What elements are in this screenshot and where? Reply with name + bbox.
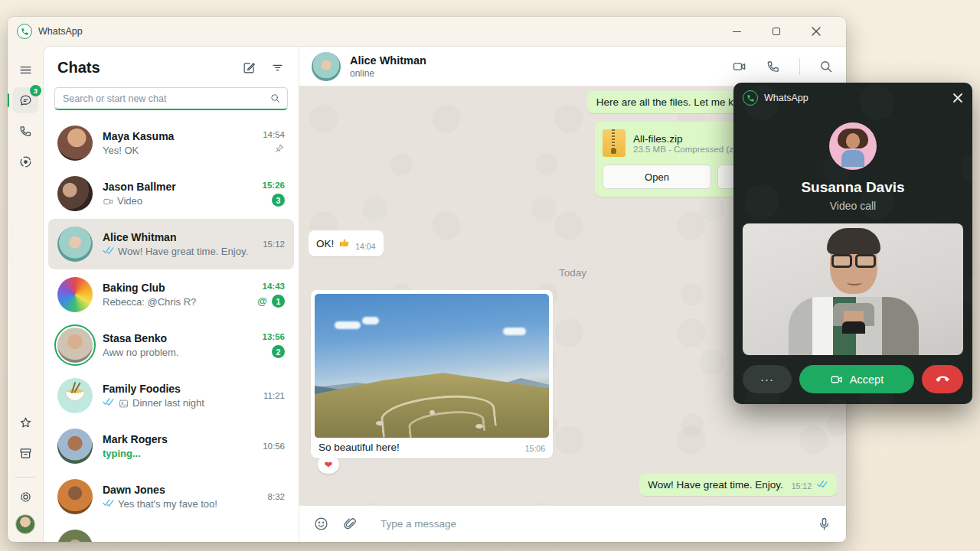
avatar <box>57 126 93 161</box>
landscape-photo[interactable] <box>315 294 549 438</box>
incoming-message-ok[interactable]: OK! 14:04 <box>309 230 384 256</box>
message-text: OK! <box>316 238 334 249</box>
chat-row-ziggy-woodley[interactable]: Ziggy Woodley 8:12 <box>48 522 294 542</box>
unread-badge: 1 <box>272 295 285 308</box>
chat-name: Ziggy Woodley <box>103 540 251 542</box>
photo-icon <box>118 398 129 409</box>
popup-app-title: WhatsApp <box>764 93 808 103</box>
accept-label: Accept <box>850 373 884 386</box>
chat-name: Family Foodies <box>103 381 251 396</box>
read-ticks-icon <box>103 245 115 259</box>
maximize-button[interactable] <box>766 21 786 41</box>
outgoing-message-wow[interactable]: Wow! Have great time. Enjoy. 15:12 <box>639 474 837 496</box>
thumbs-up-icon <box>338 236 351 251</box>
chat-name: Mark Rogers <box>103 432 251 447</box>
starred-messages-icon[interactable] <box>12 409 38 435</box>
avatar <box>57 530 93 542</box>
caller-name: Susanna Davis <box>733 179 972 196</box>
divider <box>799 58 800 75</box>
decline-call-button[interactable] <box>922 365 963 393</box>
call-more-options-button[interactable]: ··· <box>743 365 792 393</box>
chat-name: Stasa Benko <box>103 331 251 346</box>
search-input[interactable] <box>54 87 288 110</box>
message-time: 15:12 <box>792 481 812 491</box>
chat-row-family-foodies[interactable]: Family Foodies Dinner last night 11:21 <box>48 370 294 421</box>
chat-row-mark-rogers[interactable]: Mark Rogers typing... 10:56 <box>48 421 294 471</box>
nav-rail: 3 <box>8 46 43 542</box>
minimize-button[interactable] <box>727 21 746 41</box>
archived-chats-icon[interactable] <box>12 440 38 466</box>
chat-row-jason-ballmer[interactable]: Jason Ballmer Video 15:26 3 <box>48 168 294 219</box>
chat-row-stasa-benko[interactable]: Stasa Benko Aww no problem. 13:56 2 <box>48 320 294 370</box>
chat-row-alice-whitman[interactable]: Alice Whitman Wow! Have great time. Enjo… <box>48 219 294 269</box>
photo-message[interactable]: So beautiful here! 15:06 <box>311 290 553 458</box>
new-chat-icon[interactable] <box>242 60 256 75</box>
avatar <box>57 227 93 262</box>
settings-gear-icon[interactable] <box>12 484 38 510</box>
chats-unread-badge: 3 <box>30 85 41 96</box>
profile-avatar[interactable] <box>15 514 35 534</box>
chat-time: 14:54 <box>263 130 285 139</box>
avatar <box>57 429 93 464</box>
conversation-name: Alice Whitman <box>350 54 426 67</box>
chat-time: 8:32 <box>268 492 285 501</box>
video-call-icon[interactable] <box>732 59 747 74</box>
unread-badge: 2 <box>272 345 285 358</box>
attach-icon[interactable] <box>341 516 358 532</box>
chat-time: 11:21 <box>263 391 285 400</box>
unread-badge: 3 <box>272 194 285 207</box>
chat-time: 15:12 <box>263 240 285 249</box>
read-ticks-icon <box>103 497 115 511</box>
message-time: 14:04 <box>355 242 375 251</box>
mic-icon[interactable] <box>816 516 832 532</box>
search-conversation-icon[interactable] <box>818 59 834 74</box>
message-text: Wow! Have great time. Enjoy. <box>648 479 783 491</box>
hang-up-icon <box>932 368 953 390</box>
chat-time: 14:43 <box>263 282 285 291</box>
chat-row-baking-club[interactable]: Baking Club Rebecca: @Chris R? 14:43 @ 1 <box>48 269 294 320</box>
chat-name: Jason Ballmer <box>103 179 251 194</box>
message-time: 15:06 <box>525 444 545 453</box>
chats-tab-icon[interactable]: 3 <box>12 87 38 113</box>
chat-list: Maya Kasuma Yes! OK 14:54 Jason Ballmer <box>44 118 299 542</box>
chat-preview: Video <box>117 194 142 208</box>
chat-preview: Rebecca: @Chris R? <box>103 295 196 309</box>
mention-icon: @ <box>257 295 267 307</box>
chat-row-maya-kasuma[interactable]: Maya Kasuma Yes! OK 14:54 <box>48 118 294 168</box>
pinned-icon <box>274 143 285 157</box>
read-ticks-icon <box>103 396 115 410</box>
close-window-button[interactable] <box>806 21 826 41</box>
photo-caption: So beautiful here! <box>318 442 400 453</box>
zip-file-icon <box>603 129 626 157</box>
filter-chats-icon[interactable] <box>270 60 285 75</box>
chat-name: Dawn Jones <box>103 482 251 497</box>
chat-preview: Wow! Have great time. Enjoy. <box>118 245 248 259</box>
heart-reaction[interactable]: ❤ <box>318 455 339 474</box>
titlebar: WhatsApp <box>8 17 846 46</box>
chat-preview: Dinner last night <box>132 396 204 410</box>
video-icon <box>830 373 844 386</box>
emoji-icon[interactable] <box>313 516 329 532</box>
close-popup-icon[interactable] <box>952 93 963 103</box>
chat-time: 15:26 <box>263 181 285 190</box>
voice-call-icon[interactable] <box>766 59 781 74</box>
search-icon <box>270 93 281 107</box>
whatsapp-logo-icon <box>743 90 758 106</box>
avatar <box>57 479 93 514</box>
caller-video-preview <box>743 223 963 355</box>
accept-call-button[interactable]: Accept <box>799 365 914 393</box>
avatar <box>57 328 93 363</box>
file-name: All-files.zip <box>633 133 745 145</box>
chat-row-dawn-jones[interactable]: Dawn Jones Yes that's my fave too! 8:32 <box>48 471 294 522</box>
menu-icon[interactable] <box>12 57 38 83</box>
whatsapp-window: WhatsApp 3 <box>8 17 846 542</box>
video-icon <box>103 196 114 207</box>
incoming-call-popup: WhatsApp Susanna Davis Video call ··· Ac… <box>733 83 972 404</box>
message-input[interactable] <box>370 518 804 530</box>
status-tab-icon[interactable] <box>12 148 38 174</box>
calls-tab-icon[interactable] <box>12 118 38 144</box>
file-meta: 23.5 MB - Compressed (zipp <box>633 145 745 154</box>
avatar <box>57 176 93 211</box>
conversation-avatar[interactable] <box>312 52 341 81</box>
open-file-button[interactable]: Open <box>603 165 711 189</box>
